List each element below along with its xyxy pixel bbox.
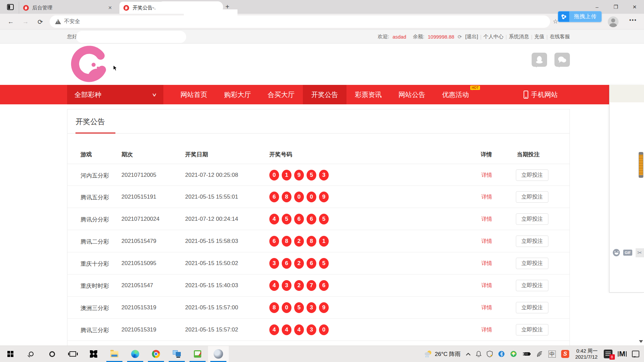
taskbar-clock[interactable]: 0:42 周一2021/7/12 bbox=[572, 346, 601, 362]
close-button[interactable]: ✕ bbox=[625, 0, 644, 14]
nav-item-彩票资讯[interactable]: 彩票资讯 bbox=[346, 85, 390, 104]
detail-link[interactable]: 详情 bbox=[481, 238, 492, 245]
restore-button[interactable]: ❐ bbox=[606, 0, 625, 14]
col-header-date: 开奖日期 bbox=[185, 151, 208, 158]
all-lottery-dropdown[interactable]: 全部彩种 ∨ bbox=[67, 85, 163, 104]
table-row: 重庆十分彩202105150952021-05-15 15:50:0236265… bbox=[67, 252, 570, 274]
notification-count-icon[interactable]: 8 bbox=[601, 346, 615, 362]
detail-link[interactable]: 详情 bbox=[481, 172, 492, 179]
separator: | bbox=[503, 34, 509, 40]
refresh-button[interactable]: ⟳ bbox=[35, 16, 46, 27]
scrollbar-down-arrow[interactable] bbox=[639, 340, 643, 343]
security-shield-icon[interactable] bbox=[484, 346, 495, 362]
nav-item-手机网站[interactable]: 手机网站 bbox=[517, 85, 565, 104]
address-bar[interactable]: 不安全 bbox=[50, 15, 550, 28]
userbar-link-4[interactable]: 在线客服 bbox=[550, 34, 570, 40]
scrollbar-thumb[interactable] bbox=[639, 152, 643, 178]
lottery-ball: 0 bbox=[307, 192, 316, 202]
scrollbar-thumb-cap bbox=[639, 175, 643, 177]
lottery-ball: 0 bbox=[319, 324, 329, 335]
detail-link[interactable]: 详情 bbox=[481, 216, 492, 223]
network-signal-icon[interactable] bbox=[534, 346, 546, 362]
detail-link[interactable]: 详情 bbox=[481, 282, 492, 289]
site-logo[interactable] bbox=[70, 46, 107, 84]
lottery-ball: 4 bbox=[269, 324, 279, 335]
sogou-icon[interactable]: S bbox=[558, 346, 572, 362]
wechat-contact-icon[interactable] bbox=[554, 53, 570, 67]
table-row: 腾讯二分彩202105154792021-05-15 15:58:0368281… bbox=[67, 230, 570, 252]
drag-upload-label: 拖拽上传 bbox=[569, 11, 601, 22]
phone-icon bbox=[524, 91, 528, 99]
browser-scrollbar[interactable] bbox=[638, 30, 644, 346]
browser-menu-button[interactable]: ••• bbox=[629, 17, 637, 23]
taskbar-search-button[interactable] bbox=[21, 346, 42, 362]
action-center-icon[interactable] bbox=[629, 346, 642, 362]
userbar-link-2[interactable]: 系统消息 bbox=[509, 34, 529, 40]
bet-now-button[interactable]: 立即投注 bbox=[516, 213, 548, 225]
game-name: 河内五分彩 bbox=[80, 172, 109, 179]
battery-plug-icon[interactable] bbox=[520, 346, 534, 362]
userbar-link-0[interactable]: [退出] bbox=[465, 34, 478, 40]
bet-now-button[interactable]: 立即投注 bbox=[516, 280, 548, 291]
back-button[interactable]: ← bbox=[5, 16, 16, 27]
notification-bell-icon[interactable] bbox=[473, 346, 484, 362]
bet-now-button[interactable]: 立即投注 bbox=[516, 191, 548, 203]
tab-admin[interactable]: 后台管理 ✕ bbox=[19, 2, 117, 14]
detail-link[interactable]: 详情 bbox=[481, 304, 492, 311]
bet-now-button[interactable]: 立即投注 bbox=[516, 169, 548, 181]
draw-date: 2021-05-15 15:57:00 bbox=[185, 304, 238, 311]
issue-number: 20210515095 bbox=[121, 260, 156, 267]
lottery-ball: 2 bbox=[294, 258, 304, 269]
detail-link[interactable]: 详情 bbox=[481, 194, 492, 201]
taskbar-qq-avatar-button[interactable] bbox=[208, 346, 229, 362]
bet-now-button[interactable]: 立即投注 bbox=[516, 258, 548, 269]
emoji-icon[interactable] bbox=[613, 249, 620, 256]
detail-link[interactable]: 详情 bbox=[481, 326, 492, 333]
forward-button[interactable]: → bbox=[20, 16, 31, 27]
nav-item-网站公告[interactable]: 网站公告 bbox=[390, 85, 434, 104]
nav-item-网站首页[interactable]: 网站首页 bbox=[172, 85, 216, 104]
tab-close-icon[interactable]: ✕ bbox=[107, 4, 113, 11]
taskbar-sharex-button[interactable] bbox=[83, 346, 104, 362]
battery-saver-icon[interactable] bbox=[507, 346, 520, 362]
userbar-link-3[interactable]: 充值 bbox=[534, 34, 544, 40]
gif-icon[interactable]: GIF bbox=[623, 250, 632, 256]
userbar-link-1[interactable]: 个人中心 bbox=[483, 34, 503, 40]
bet-now-button[interactable]: 立即投注 bbox=[516, 324, 548, 335]
draw-numbers: 43276 bbox=[269, 280, 329, 291]
col-header-bet: 当期投注 bbox=[517, 151, 540, 158]
bet-now-button[interactable]: 立即投注 bbox=[516, 302, 548, 313]
ime-indicator[interactable]: 中 bbox=[546, 346, 558, 362]
taskbar-task-view-button[interactable] bbox=[62, 346, 83, 362]
taskbar-start-button[interactable] bbox=[0, 346, 21, 362]
taskbar-image-viewer-button[interactable] bbox=[187, 346, 208, 362]
nav-item-优惠活动[interactable]: 优惠活动HOT bbox=[434, 85, 477, 104]
nav-item-label: 彩票资讯 bbox=[355, 91, 382, 98]
nav-item-购彩大厅[interactable]: 购彩大厅 bbox=[216, 85, 259, 104]
nav-item-开奖公告[interactable]: 开奖公告 bbox=[303, 85, 346, 104]
balance-refresh-icon[interactable]: ⟳ bbox=[458, 34, 462, 40]
drag-upload-button[interactable]: 拖拽上传 bbox=[558, 11, 602, 22]
favorite-star-icon[interactable]: ☆ bbox=[553, 18, 558, 25]
taskbar-file-explorer-button[interactable] bbox=[104, 346, 125, 362]
taskbar-cortana-button[interactable] bbox=[42, 346, 62, 362]
lottery-ball: 5 bbox=[307, 170, 316, 180]
tray-overflow-chevron[interactable] bbox=[463, 346, 473, 362]
new-tab-button[interactable]: + bbox=[225, 3, 229, 10]
draw-date: 2021-05-15 15:55:01 bbox=[185, 194, 238, 200]
qq-contact-icon[interactable] bbox=[532, 53, 547, 67]
clock-date: 2021/7/12 bbox=[575, 354, 598, 360]
detail-link[interactable]: 详情 bbox=[481, 260, 492, 267]
col-header-detail: 详情 bbox=[481, 151, 492, 158]
m-app-icon[interactable]: M bbox=[615, 346, 629, 362]
taskbar-chrome-button[interactable] bbox=[146, 346, 166, 362]
bluetooth-icon[interactable] bbox=[495, 346, 507, 362]
weather-widget[interactable]: 26°C 阵雨 bbox=[421, 346, 463, 362]
profile-avatar[interactable] bbox=[608, 16, 619, 27]
taskbar-remote-desktop-button[interactable] bbox=[166, 346, 187, 362]
taskbar-edge-button[interactable] bbox=[125, 346, 146, 362]
nav-item-合买大厅[interactable]: 合买大厅 bbox=[259, 85, 303, 104]
game-name: 腾讯五分彩 bbox=[80, 194, 109, 201]
bet-now-button[interactable]: 立即投注 bbox=[516, 236, 548, 247]
vertical-tabs-button[interactable] bbox=[5, 2, 16, 12]
